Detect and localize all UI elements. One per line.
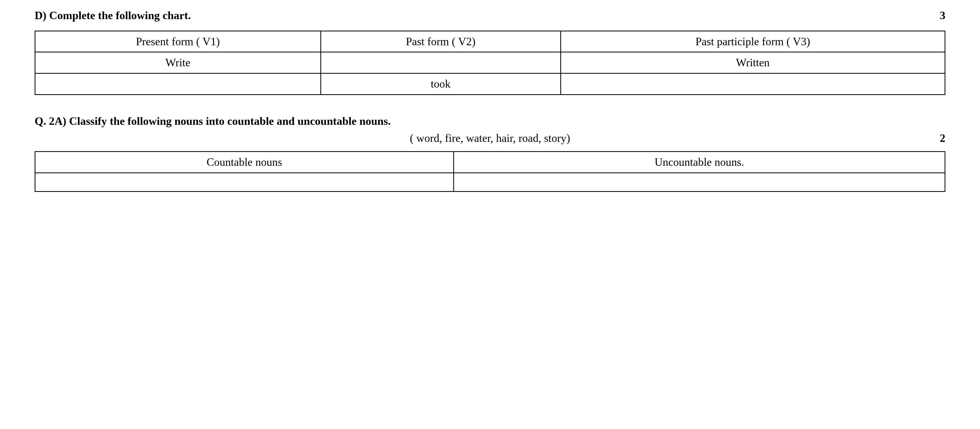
cell-r1-c3: Written [561, 52, 945, 73]
cell-r2-c2: took [321, 73, 561, 95]
cell-r2-c1[interactable] [35, 73, 321, 95]
col-header-v1: Present form ( V1) [35, 31, 321, 52]
section-d-marks: 3 [940, 8, 945, 23]
col-header-v2: Past form ( V2) [321, 31, 561, 52]
cell-r2-c3[interactable] [561, 73, 945, 95]
table-row: took [35, 73, 945, 95]
cell-uncountable[interactable] [454, 173, 945, 191]
col-header-uncountable: Uncountable nouns. [454, 152, 945, 173]
section-d-heading: D) Complete the following chart. [35, 8, 191, 23]
table-header-row: Present form ( V1) Past form ( V2) Past … [35, 31, 945, 52]
cell-r1-c1: Write [35, 52, 321, 73]
section-d-heading-row: D) Complete the following chart. 3 [35, 8, 945, 23]
noun-classification-table: Countable nouns Uncountable nouns. [35, 151, 945, 192]
col-header-v3: Past participle form ( V3) [561, 31, 945, 52]
verb-forms-table: Present form ( V1) Past form ( V2) Past … [35, 30, 945, 95]
q2a-wordlist: ( word, fire, water, hair, road, story) [410, 131, 570, 146]
col-header-countable: Countable nouns [35, 152, 454, 173]
table-row: Write Written [35, 52, 945, 73]
table-row [35, 173, 945, 191]
table-header-row: Countable nouns Uncountable nouns. [35, 152, 945, 173]
q2a-heading: Q. 2A) Classify the following nouns into… [35, 114, 391, 129]
q2a-subline: ( word, fire, water, hair, road, story) … [35, 131, 945, 146]
cell-countable[interactable] [35, 173, 454, 191]
q2a-heading-row: Q. 2A) Classify the following nouns into… [35, 114, 945, 129]
cell-r1-c2[interactable] [321, 52, 561, 73]
q2a-marks: 2 [940, 131, 945, 146]
